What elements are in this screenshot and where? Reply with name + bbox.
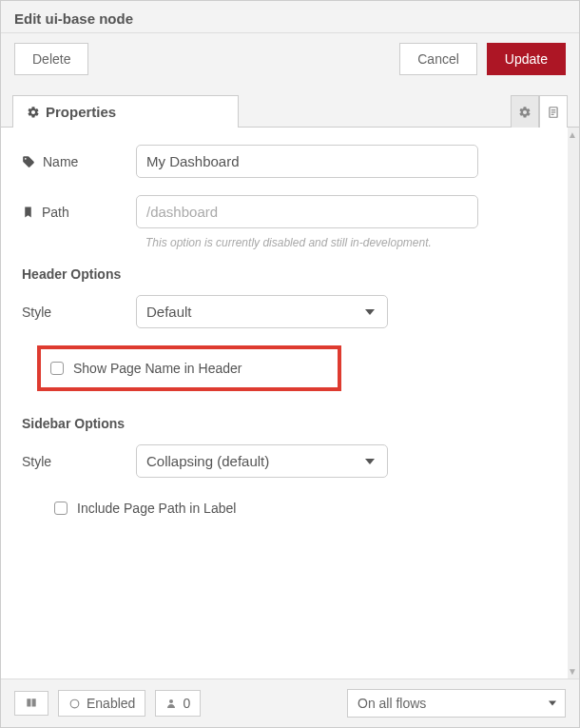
docs-button[interactable] — [14, 691, 48, 716]
cancel-button[interactable]: Cancel — [399, 43, 477, 75]
book-icon — [25, 697, 38, 710]
edit-dialog: Edit ui-base node Delete Cancel Update P… — [0, 0, 580, 728]
gear-icon — [518, 106, 532, 119]
include-path-label: Include Page Path in Label — [77, 501, 236, 516]
name-label: Name — [43, 154, 78, 169]
form-panel: ▲ ▼ Name Path — [1, 128, 579, 679]
tab-label: Properties — [46, 104, 116, 120]
gear-icon — [27, 106, 40, 119]
header-style-label: Style — [22, 305, 51, 320]
header-options-heading: Header Options — [22, 266, 547, 282]
svg-point-4 — [70, 699, 79, 708]
sidebar-style-row: Style Collapsing (default) — [22, 444, 547, 478]
scroll-up-arrow[interactable]: ▲ — [568, 129, 577, 140]
name-input[interactable] — [136, 145, 478, 178]
name-row: Name — [22, 145, 547, 178]
enabled-label: Enabled — [87, 696, 135, 711]
dialog-title: Edit ui-base node — [1, 1, 579, 33]
enabled-toggle[interactable]: Enabled — [58, 690, 145, 717]
tab-properties[interactable]: Properties — [12, 95, 239, 128]
show-page-name-row[interactable]: Show Page Name in Header — [37, 345, 341, 391]
bookmark-icon — [22, 206, 34, 219]
user-count: 0 — [183, 696, 190, 711]
scope-select[interactable]: On all flows — [347, 689, 566, 718]
tab-row: Properties — [1, 94, 579, 128]
show-page-name-label: Show Page Name in Header — [73, 361, 242, 376]
path-hint: This option is currently disabled and st… — [145, 236, 547, 249]
path-row: Path — [22, 195, 547, 228]
include-path-checkbox[interactable] — [54, 502, 68, 515]
show-page-name-checkbox[interactable] — [50, 362, 64, 375]
sidebar-style-label: Style — [22, 454, 51, 469]
delete-button[interactable]: Delete — [14, 43, 88, 75]
path-label: Path — [42, 205, 69, 220]
users-indicator[interactable]: 0 — [155, 690, 201, 717]
update-button[interactable]: Update — [487, 43, 566, 75]
document-icon — [547, 106, 560, 119]
svg-point-5 — [169, 699, 173, 703]
header-style-row: Style Default — [22, 295, 547, 328]
sidebar-options-heading: Sidebar Options — [22, 416, 547, 431]
circle-icon — [68, 698, 81, 710]
dialog-footer: Enabled 0 On all flows — [1, 679, 579, 727]
path-input — [136, 195, 478, 228]
header-style-select[interactable]: Default — [136, 295, 388, 328]
scroll-down-arrow[interactable]: ▼ — [568, 666, 577, 677]
node-settings-button[interactable] — [511, 95, 539, 128]
user-icon — [165, 698, 177, 709]
include-path-row[interactable]: Include Page Path in Label — [48, 495, 547, 521]
node-docs-button[interactable] — [539, 95, 568, 128]
dialog-actions: Delete Cancel Update — [1, 33, 579, 94]
sidebar-style-select[interactable]: Collapsing (default) — [136, 444, 388, 478]
tag-icon — [22, 155, 35, 168]
